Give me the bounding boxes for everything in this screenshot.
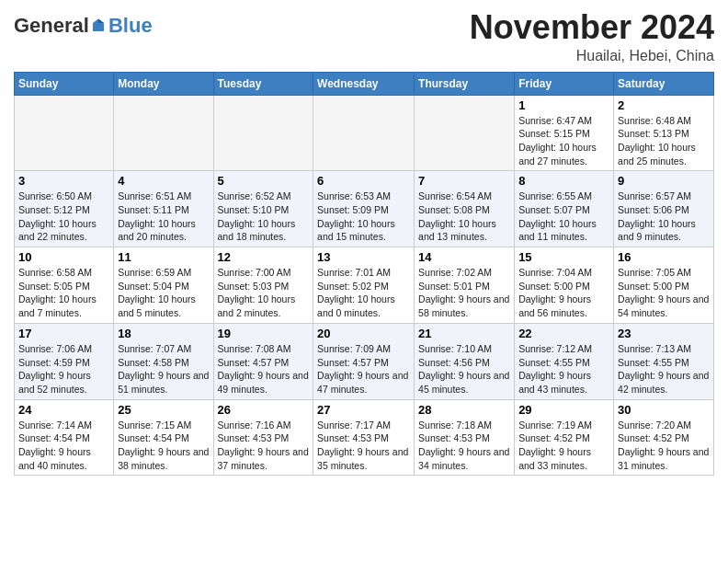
day-number: 22	[518, 327, 609, 340]
calendar-cell: 14Sunrise: 7:02 AMSunset: 5:01 PMDayligh…	[415, 247, 515, 324]
day-info: Sunrise: 7:07 AMSunset: 4:58 PMDaylight:…	[118, 342, 209, 396]
day-number: 14	[418, 250, 510, 264]
day-number: 23	[618, 327, 710, 340]
calendar-cell: 2Sunrise: 6:48 AMSunset: 5:13 PMDaylight…	[614, 95, 714, 171]
calendar-cell: 20Sunrise: 7:09 AMSunset: 4:57 PMDayligh…	[313, 323, 415, 399]
calendar-cell: 22Sunrise: 7:12 AMSunset: 4:55 PMDayligh…	[515, 323, 614, 399]
calendar-cell: 21Sunrise: 7:10 AMSunset: 4:56 PMDayligh…	[415, 323, 515, 399]
weekday-header: Tuesday	[213, 72, 313, 95]
day-number: 3	[18, 174, 109, 188]
day-number: 10	[18, 250, 109, 264]
location: Huailai, Hebei, China	[470, 48, 714, 64]
day-info: Sunrise: 7:19 AMSunset: 4:52 PMDaylight:…	[518, 419, 609, 473]
calendar-week-row: 24Sunrise: 7:14 AMSunset: 4:54 PMDayligh…	[15, 399, 714, 476]
calendar-cell: 16Sunrise: 7:05 AMSunset: 5:00 PMDayligh…	[614, 247, 714, 324]
calendar-cell	[213, 95, 313, 171]
calendar-cell: 26Sunrise: 7:16 AMSunset: 4:53 PMDayligh…	[213, 399, 313, 476]
calendar-cell: 7Sunrise: 6:54 AMSunset: 5:08 PMDaylight…	[415, 171, 515, 247]
day-info: Sunrise: 7:10 AMSunset: 4:56 PMDaylight:…	[418, 342, 510, 396]
day-info: Sunrise: 6:51 AMSunset: 5:11 PMDaylight:…	[118, 190, 209, 244]
day-info: Sunrise: 7:09 AMSunset: 4:57 PMDaylight:…	[317, 342, 410, 396]
day-number: 18	[118, 327, 209, 340]
day-info: Sunrise: 6:55 AMSunset: 5:07 PMDaylight:…	[518, 190, 609, 244]
calendar-cell: 9Sunrise: 6:57 AMSunset: 5:06 PMDaylight…	[614, 171, 714, 247]
calendar-week-row: 17Sunrise: 7:06 AMSunset: 4:59 PMDayligh…	[15, 323, 714, 399]
day-info: Sunrise: 6:58 AMSunset: 5:05 PMDaylight:…	[18, 266, 109, 320]
calendar-cell: 1Sunrise: 6:47 AMSunset: 5:15 PMDaylight…	[515, 95, 614, 171]
day-number: 30	[618, 403, 710, 417]
calendar-cell: 18Sunrise: 7:07 AMSunset: 4:58 PMDayligh…	[114, 323, 213, 399]
day-info: Sunrise: 7:18 AMSunset: 4:53 PMDaylight:…	[418, 419, 510, 473]
day-number: 20	[317, 327, 410, 340]
calendar-cell	[313, 95, 415, 171]
calendar-cell: 12Sunrise: 7:00 AMSunset: 5:03 PMDayligh…	[213, 247, 313, 324]
day-number: 2	[618, 98, 710, 112]
calendar-cell: 3Sunrise: 6:50 AMSunset: 5:12 PMDaylight…	[15, 171, 114, 247]
day-info: Sunrise: 6:47 AMSunset: 5:15 PMDaylight:…	[518, 114, 609, 168]
title-area: November 2024 Huailai, Hebei, China	[470, 9, 714, 64]
day-number: 4	[118, 174, 209, 188]
calendar-cell: 5Sunrise: 6:52 AMSunset: 5:10 PMDaylight…	[213, 171, 313, 247]
day-number: 28	[418, 403, 510, 417]
calendar-cell: 27Sunrise: 7:17 AMSunset: 4:53 PMDayligh…	[313, 399, 415, 476]
day-info: Sunrise: 7:16 AMSunset: 4:53 PMDaylight:…	[218, 419, 310, 473]
day-number: 5	[218, 174, 310, 188]
calendar-cell: 15Sunrise: 7:04 AMSunset: 5:00 PMDayligh…	[515, 247, 614, 324]
day-info: Sunrise: 7:15 AMSunset: 4:54 PMDaylight:…	[118, 419, 209, 473]
day-info: Sunrise: 7:01 AMSunset: 5:02 PMDaylight:…	[317, 266, 410, 320]
calendar-cell: 25Sunrise: 7:15 AMSunset: 4:54 PMDayligh…	[114, 399, 213, 476]
day-info: Sunrise: 7:02 AMSunset: 5:01 PMDaylight:…	[418, 266, 510, 320]
month-title: November 2024	[470, 9, 714, 46]
day-info: Sunrise: 7:08 AMSunset: 4:57 PMDaylight:…	[218, 342, 310, 396]
header: General Blue November 2024 Huailai, Hebe…	[14, 9, 714, 64]
calendar-cell: 8Sunrise: 6:55 AMSunset: 5:07 PMDaylight…	[515, 171, 614, 247]
day-info: Sunrise: 6:52 AMSunset: 5:10 PMDaylight:…	[218, 190, 310, 244]
logo-general-text: General	[14, 14, 89, 38]
calendar-cell: 6Sunrise: 6:53 AMSunset: 5:09 PMDaylight…	[313, 171, 415, 247]
day-info: Sunrise: 7:13 AMSunset: 4:55 PMDaylight:…	[618, 342, 710, 396]
logo-blue-text: Blue	[108, 14, 153, 38]
calendar-cell: 13Sunrise: 7:01 AMSunset: 5:02 PMDayligh…	[313, 247, 415, 324]
calendar-header-row: SundayMondayTuesdayWednesdayThursdayFrid…	[15, 72, 714, 95]
day-number: 6	[317, 174, 410, 188]
logo-icon	[90, 17, 107, 34]
day-number: 24	[18, 403, 109, 417]
calendar: SundayMondayTuesdayWednesdayThursdayFrid…	[14, 72, 714, 477]
day-number: 9	[618, 174, 710, 188]
calendar-cell	[415, 95, 515, 171]
day-info: Sunrise: 7:17 AMSunset: 4:53 PMDaylight:…	[317, 419, 410, 473]
day-info: Sunrise: 6:59 AMSunset: 5:04 PMDaylight:…	[118, 266, 209, 320]
logo: General Blue	[14, 9, 153, 38]
day-number: 29	[518, 403, 609, 417]
day-info: Sunrise: 7:05 AMSunset: 5:00 PMDaylight:…	[618, 266, 710, 320]
day-number: 21	[418, 327, 510, 340]
weekday-header: Sunday	[15, 72, 114, 95]
calendar-cell: 11Sunrise: 6:59 AMSunset: 5:04 PMDayligh…	[114, 247, 213, 324]
day-info: Sunrise: 7:20 AMSunset: 4:52 PMDaylight:…	[618, 419, 710, 473]
weekday-header: Thursday	[415, 72, 515, 95]
calendar-cell: 28Sunrise: 7:18 AMSunset: 4:53 PMDayligh…	[415, 399, 515, 476]
calendar-week-row: 1Sunrise: 6:47 AMSunset: 5:15 PMDaylight…	[15, 95, 714, 171]
day-number: 16	[618, 250, 710, 264]
calendar-cell: 4Sunrise: 6:51 AMSunset: 5:11 PMDaylight…	[114, 171, 213, 247]
day-info: Sunrise: 7:00 AMSunset: 5:03 PMDaylight:…	[218, 266, 310, 320]
weekday-header: Wednesday	[313, 72, 415, 95]
day-number: 19	[218, 327, 310, 340]
day-info: Sunrise: 7:14 AMSunset: 4:54 PMDaylight:…	[18, 419, 109, 473]
calendar-cell: 29Sunrise: 7:19 AMSunset: 4:52 PMDayligh…	[515, 399, 614, 476]
calendar-cell	[114, 95, 213, 171]
calendar-cell: 23Sunrise: 7:13 AMSunset: 4:55 PMDayligh…	[614, 323, 714, 399]
calendar-week-row: 3Sunrise: 6:50 AMSunset: 5:12 PMDaylight…	[15, 171, 714, 247]
calendar-week-row: 10Sunrise: 6:58 AMSunset: 5:05 PMDayligh…	[15, 247, 714, 324]
day-number: 11	[118, 250, 209, 264]
weekday-header: Monday	[114, 72, 213, 95]
day-number: 27	[317, 403, 410, 417]
day-info: Sunrise: 6:50 AMSunset: 5:12 PMDaylight:…	[18, 190, 109, 244]
day-info: Sunrise: 6:48 AMSunset: 5:13 PMDaylight:…	[618, 114, 710, 168]
calendar-cell: 10Sunrise: 6:58 AMSunset: 5:05 PMDayligh…	[15, 247, 114, 324]
day-info: Sunrise: 6:57 AMSunset: 5:06 PMDaylight:…	[618, 190, 710, 244]
day-number: 15	[518, 250, 609, 264]
calendar-cell: 30Sunrise: 7:20 AMSunset: 4:52 PMDayligh…	[614, 399, 714, 476]
calendar-cell: 24Sunrise: 7:14 AMSunset: 4:54 PMDayligh…	[15, 399, 114, 476]
day-info: Sunrise: 7:04 AMSunset: 5:00 PMDaylight:…	[518, 266, 609, 320]
